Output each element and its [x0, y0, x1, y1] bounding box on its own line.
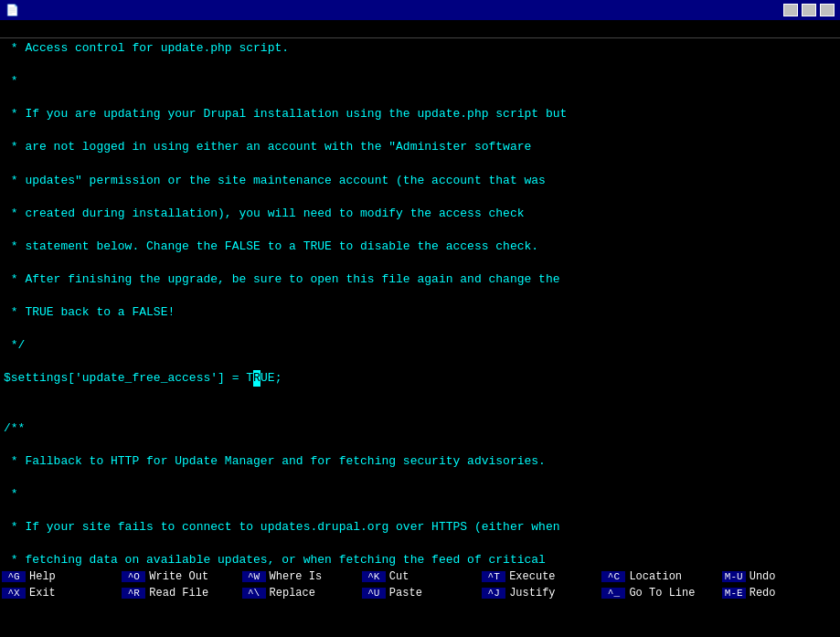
- editor-line: */: [4, 337, 836, 354]
- shortcut-key: ^J: [482, 588, 505, 599]
- shortcut-key: ^\: [242, 588, 266, 599]
- editor-line: * created during installation), you will…: [4, 206, 836, 222]
- editor-line: * Access control for update.php script.: [4, 40, 836, 57]
- maximize-button[interactable]: [802, 4, 816, 16]
- shortcut-label: Go To Line: [629, 587, 695, 600]
- shortcut-item[interactable]: ^RRead File: [120, 585, 239, 601]
- shortcut-label: Read File: [149, 587, 208, 600]
- shortcut-label: Where Is: [270, 570, 323, 583]
- shortcut-item[interactable]: M-UUndo: [720, 568, 840, 585]
- editor-line: * If you are updating your Drupal instal…: [4, 106, 836, 122]
- editor-line: * updates" permission or the site mainte…: [4, 173, 836, 189]
- shortcut-label: Exit: [29, 587, 56, 600]
- shortcut-key: ^X: [2, 588, 26, 599]
- shortcut-key: ^_: [601, 588, 625, 599]
- cursor: R: [253, 370, 261, 387]
- shortcut-item[interactable]: ^XExit: [0, 585, 120, 601]
- shortcut-key: M-E: [722, 588, 746, 599]
- title-bar: 📄: [0, 0, 840, 20]
- shortcut-item[interactable]: ^\Replace: [240, 585, 360, 601]
- shortcut-column: ^TExecute^JJustify: [480, 568, 600, 601]
- shortcut-key: M-U: [722, 571, 746, 582]
- shortcut-key: ^K: [362, 571, 386, 582]
- shortcut-label: Write Out: [149, 570, 208, 583]
- shortcut-key: ^W: [242, 571, 266, 582]
- editor-area[interactable]: * Access control for update.php script. …: [0, 38, 840, 568]
- shortcut-item[interactable]: ^WWhere Is: [240, 568, 360, 585]
- editor-line: /**: [4, 420, 836, 437]
- title-bar-controls: [783, 4, 835, 16]
- editor-line: * If your site fails to connect to updat…: [4, 519, 836, 536]
- shortcut-column: ^OWrite Out^RRead File: [120, 568, 239, 601]
- title-bar-left: 📄: [5, 4, 25, 17]
- shortcut-key: ^U: [362, 588, 386, 599]
- shortcut-label: Justify: [509, 587, 555, 600]
- editor-line: *: [4, 73, 836, 90]
- shortcut-item[interactable]: ^CLocation: [600, 568, 719, 585]
- shortcut-item[interactable]: ^UPaste: [360, 585, 480, 601]
- editor-line: * Fallback to HTTP for Update Manager an…: [4, 453, 836, 470]
- shortcut-item[interactable]: ^JJustify: [480, 585, 600, 601]
- shortcut-label: Cut: [389, 570, 409, 583]
- shortcut-label: Paste: [389, 587, 422, 600]
- menu-bar: [0, 20, 840, 38]
- shortcut-item[interactable]: ^OWrite Out: [120, 568, 239, 585]
- close-button[interactable]: [820, 4, 835, 16]
- minimize-button[interactable]: [783, 4, 798, 16]
- editor-line: * After finishing the upgrade, be sure t…: [4, 271, 836, 288]
- shortcut-item[interactable]: ^KCut: [360, 568, 480, 585]
- editor-line: $settings['update_free_access'] = TRUE;: [4, 370, 836, 387]
- shortcut-label: Redo: [750, 587, 776, 600]
- editor-line: * TRUE back to a FALSE!: [4, 304, 836, 321]
- shortcut-key: ^R: [122, 588, 145, 599]
- shortcut-item[interactable]: ^TExecute: [480, 568, 600, 585]
- shortcut-key: ^G: [2, 571, 26, 582]
- shortcut-column: ^GHelp^XExit: [0, 568, 120, 601]
- editor-line: *: [4, 486, 836, 503]
- shortcut-item[interactable]: ^GHelp: [0, 568, 120, 585]
- editor-line: * are not logged in using either an acco…: [4, 139, 836, 155]
- shortcut-key: ^O: [122, 571, 145, 582]
- shortcut-label: Execute: [509, 570, 555, 583]
- shortcut-item[interactable]: ^_Go To Line: [600, 585, 719, 601]
- shortcut-column: ^CLocation^_Go To Line: [600, 568, 719, 601]
- title-bar-icon: 📄: [5, 4, 19, 17]
- shortcut-key: ^C: [601, 571, 625, 582]
- shortcut-item[interactable]: M-ERedo: [720, 585, 840, 601]
- shortcut-label: Location: [629, 570, 682, 583]
- shortcut-column: ^KCut^UPaste: [360, 568, 480, 601]
- shortcut-column: ^WWhere Is^\Replace: [240, 568, 360, 601]
- shortcut-column: M-UUndoM-ERedo: [720, 568, 840, 601]
- shortcut-label: Replace: [270, 587, 315, 600]
- editor-line: * fetching data on available updates, or…: [4, 552, 836, 568]
- shortcut-label: Help: [29, 570, 56, 583]
- shortcut-key: ^T: [482, 571, 505, 582]
- shortcut-bar: ^GHelp^XExit^OWrite Out^RRead File^WWher…: [0, 568, 840, 601]
- shortcut-label: Undo: [750, 570, 776, 583]
- editor-line: * statement below. Change the FALSE to a…: [4, 239, 836, 255]
